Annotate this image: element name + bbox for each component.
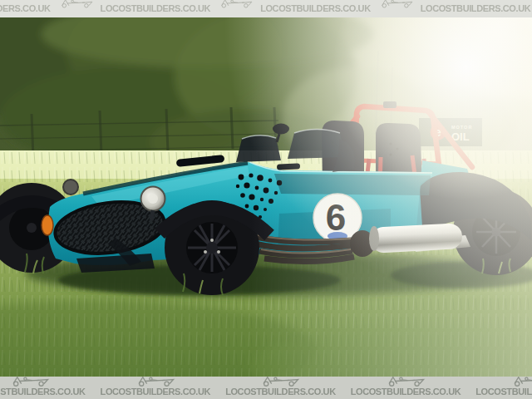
watermark-text: LOCOSTBUILDERS.CO.UK bbox=[225, 387, 336, 397]
locost-car-icon bbox=[219, 0, 254, 9]
watermark-text: LOCOSTBUILDERS.CO.UK bbox=[0, 4, 51, 14]
watermark-text: LOCOSTBUILDERS.CO.UK bbox=[475, 387, 532, 397]
locost-car-icon bbox=[59, 0, 94, 9]
locost-car-icon bbox=[135, 377, 175, 387]
watermark-text: LOCOSTBUILDERS.CO.UK bbox=[101, 387, 211, 397]
watermark-text: LOCOSTBUILDERS.CO.UK bbox=[260, 4, 371, 14]
watermark-banner-bottom: LOCOSTBUILDERS.CO.UK LOCOSTBUILDERS.CO.U… bbox=[0, 377, 532, 399]
watermark-row: LOCOSTBUILDERS.CO.UK LOCOSTBUILDERS.CO.U… bbox=[0, 0, 532, 17]
watermark-text: LOCOSTBUILDERS.CO.UK bbox=[101, 4, 211, 14]
locost-car-icon bbox=[379, 0, 414, 9]
watermark-banner-top: LOCOSTBUILDERS.CO.UK LOCOSTBUILDERS.CO.U… bbox=[0, 0, 532, 17]
headlight-far bbox=[63, 180, 78, 195]
watermark-unit: LOCOSTBUILDERS.CO.UK bbox=[475, 377, 532, 399]
watermark-unit: LOCOSTBUILDERS.CO.UK bbox=[101, 377, 211, 399]
locost-car-icon bbox=[511, 377, 532, 387]
photo-of-teal-locost-kit-car: e MOTOR OIL bbox=[0, 0, 532, 399]
watermark-unit: LOCOSTBUILDERS.CO.UK bbox=[260, 3, 421, 15]
watermark-text: LOCOSTBUILDERS.CO.UK bbox=[351, 387, 461, 397]
car-photo: e MOTOR OIL bbox=[0, 17, 532, 377]
watermark-unit: LOCOSTBUILDERS.CO.UK bbox=[351, 377, 461, 399]
watermark-unit: LOCOSTBUILDERS.CO.UK bbox=[0, 3, 101, 15]
locost-car-icon bbox=[386, 377, 426, 387]
watermark-unit: LOCOSTBUILDERS.CO.UK bbox=[421, 3, 532, 15]
watermark-unit: LOCOSTBUILDERS.CO.UK bbox=[225, 377, 336, 399]
locost-car-icon bbox=[10, 377, 50, 387]
locost-car-icon bbox=[260, 377, 300, 387]
sun-haze bbox=[224, 17, 532, 377]
watermark-unit: LOCOSTBUILDERS.CO.UK bbox=[0, 377, 86, 399]
watermark-text: LOCOSTBUILDERS.CO.UK bbox=[0, 387, 86, 397]
watermark-unit: LOCOSTBUILDERS.CO.UK bbox=[101, 3, 261, 15]
watermark-text: LOCOSTBUILDERS.CO.UK bbox=[421, 4, 531, 14]
watermark-row: LOCOSTBUILDERS.CO.UK LOCOSTBUILDERS.CO.U… bbox=[0, 377, 532, 399]
